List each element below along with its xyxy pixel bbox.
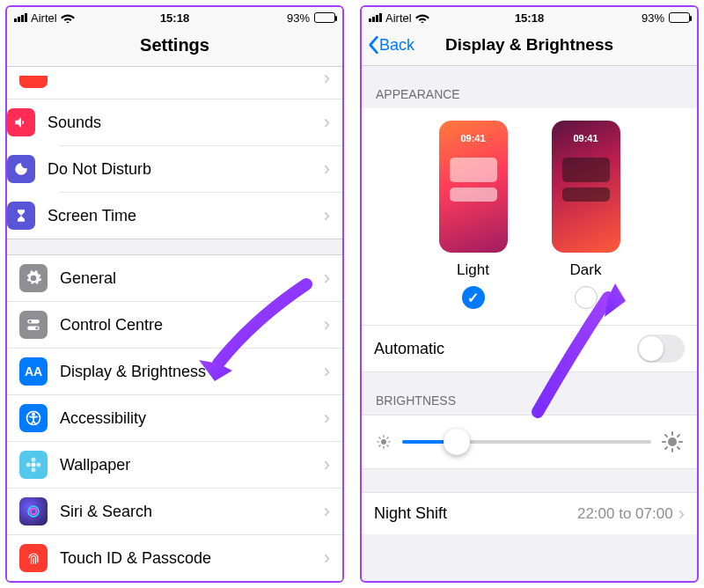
svg-line-27: [665, 435, 667, 437]
row-label: Display & Brightness: [60, 363, 324, 381]
gear-icon: [19, 264, 48, 292]
dark-preview: 09:41: [552, 121, 620, 253]
list-item-touchid[interactable]: Touch ID & Passcode ›: [7, 535, 342, 581]
light-radio[interactable]: [462, 286, 485, 309]
svg-point-6: [32, 463, 36, 467]
chevron-right-icon: ›: [324, 158, 330, 180]
signal-icon: [369, 13, 382, 22]
svg-point-7: [32, 458, 36, 462]
chevron-right-icon: ›: [324, 267, 330, 290]
chevron-right-icon: ›: [678, 503, 685, 526]
wifi-icon: [415, 12, 429, 23]
slider-thumb[interactable]: [444, 429, 470, 455]
chevron-right-icon: ›: [324, 407, 330, 430]
row-label: Automatic: [374, 340, 637, 358]
automatic-toggle[interactable]: [637, 334, 685, 363]
appearance-light[interactable]: 09:41 Light: [439, 121, 508, 309]
back-button[interactable]: Back: [367, 35, 414, 55]
fingerprint-icon: [19, 544, 48, 572]
battery-icon: [669, 12, 690, 23]
section-header-brightness: BRIGHTNESS: [362, 372, 697, 415]
list-item-dnd[interactable]: Do Not Disturb ›: [60, 146, 342, 193]
toggles-icon: [19, 311, 48, 339]
nav-bar: Settings: [7, 28, 342, 67]
svg-line-28: [678, 447, 679, 449]
nav-bar: Back Display & Brightness: [362, 28, 697, 66]
chevron-right-icon: ›: [324, 204, 330, 227]
row-label: Accessibility: [60, 409, 324, 428]
carrier: Airtel: [31, 11, 57, 25]
chevron-right-icon: ›: [324, 500, 330, 523]
night-shift-detail: 22:00 to 07:00: [577, 505, 673, 523]
appearance-panel: 09:41 Light 09:41 Dark: [362, 108, 697, 326]
row-label: General: [60, 269, 324, 288]
sun-large-icon: [662, 431, 683, 452]
svg-point-22: [668, 437, 677, 446]
svg-point-9: [26, 463, 31, 467]
chevron-right-icon: ›: [324, 111, 330, 134]
svg-point-10: [36, 463, 40, 467]
svg-line-29: [665, 447, 667, 449]
siri-icon: [19, 497, 48, 526]
carrier: Airtel: [385, 11, 412, 25]
night-shift-row[interactable]: Night Shift 22:00 to 07:00 ›: [362, 492, 697, 534]
list-item[interactable]: ›: [7, 67, 342, 99]
chevron-right-icon: ›: [324, 360, 330, 383]
svg-line-20: [379, 445, 381, 447]
status-bar: Airtel 15:18 93%: [362, 7, 697, 28]
light-preview: 09:41: [439, 121, 508, 253]
row-label: Sounds: [48, 114, 324, 132]
accessibility-icon: [19, 404, 48, 432]
svg-point-5: [33, 414, 35, 416]
dark-label: Dark: [570, 261, 602, 279]
signal-icon: [14, 13, 27, 22]
row-label: Touch ID & Passcode: [60, 549, 324, 568]
row-label: Siri & Search: [60, 503, 324, 521]
list-item-sounds[interactable]: Sounds ›: [60, 99, 342, 146]
chevron-right-icon: ›: [324, 67, 330, 90]
svg-line-18: [379, 437, 381, 439]
list-item-screentime[interactable]: Screen Time ›: [60, 193, 342, 239]
list-item-control[interactable]: Control Centre ›: [7, 302, 342, 349]
group-separator: [7, 239, 342, 255]
back-label: Back: [379, 36, 414, 55]
dark-radio[interactable]: [575, 286, 598, 309]
hourglass-icon: [7, 202, 35, 230]
list-item-wallpaper[interactable]: Wallpaper ›: [7, 442, 342, 489]
flower-icon: [19, 451, 48, 479]
chevron-left-icon: [367, 35, 379, 55]
list-item-siri[interactable]: Siri & Search ›: [7, 489, 342, 535]
brightness-slider[interactable]: [402, 440, 651, 444]
svg-point-13: [381, 439, 386, 445]
svg-point-12: [31, 509, 37, 515]
list-item-accessibility[interactable]: Accessibility ›: [7, 395, 342, 442]
section-header-appearance: APPEARANCE: [362, 66, 697, 108]
wifi-icon: [61, 12, 75, 23]
battery-pct: 93%: [287, 11, 310, 25]
row-label: Wallpaper: [60, 456, 324, 474]
settings-screen: Airtel 15:18 93% Settings › Sounds ›: [5, 5, 344, 583]
list-item-general[interactable]: General ›: [7, 255, 342, 302]
chevron-right-icon: ›: [324, 453, 330, 476]
battery-icon: [314, 12, 335, 23]
list-item-display[interactable]: AA Display & Brightness ›: [7, 349, 342, 395]
settings-list[interactable]: › Sounds › Do Not Disturb › Scr: [7, 67, 342, 581]
display-settings-list[interactable]: APPEARANCE 09:41 Light 09:41: [362, 66, 697, 581]
svg-line-21: [387, 437, 389, 439]
svg-line-19: [387, 445, 389, 447]
automatic-row[interactable]: Automatic: [362, 326, 697, 372]
moon-icon: [7, 155, 35, 183]
svg-point-8: [32, 467, 36, 472]
page-title: Settings: [16, 35, 334, 55]
icon-partial: [19, 76, 48, 88]
brightness-slider-row: [362, 415, 697, 469]
svg-point-3: [35, 327, 38, 329]
page-title: Display & Brightness: [370, 35, 688, 55]
clock-time: 15:18: [476, 11, 583, 25]
chevron-right-icon: ›: [324, 547, 330, 570]
row-label: Screen Time: [48, 207, 324, 225]
light-label: Light: [457, 261, 489, 279]
appearance-dark[interactable]: 09:41 Dark: [552, 121, 620, 309]
row-label: Night Shift: [374, 504, 577, 523]
speaker-icon: [7, 108, 35, 136]
